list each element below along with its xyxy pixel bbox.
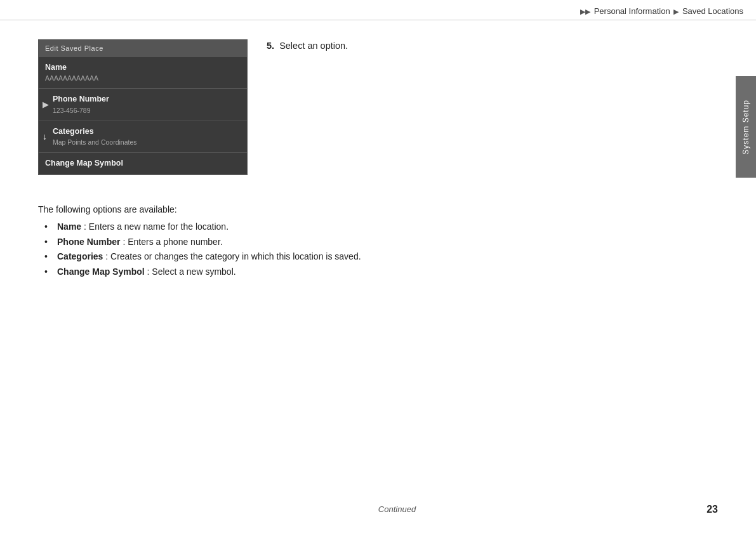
option-phone-term: Phone Number <box>57 237 121 247</box>
list-item: Phone Number : Enters a phone number. <box>51 235 686 250</box>
option-map-symbol-term: Change Map Symbol <box>57 266 145 277</box>
options-intro: The following options are available: <box>38 204 686 214</box>
screen-item-phone-title: Phone Number <box>53 93 241 105</box>
screen-item-phone-arrow-icon: ▶ <box>43 98 49 111</box>
screen-item-categories[interactable]: ↓ Categories Map Points and Coordinates <box>39 121 247 154</box>
screen-item-categories-title: Categories <box>53 126 241 138</box>
sidebar-label: System Setup <box>741 100 750 155</box>
option-name-term: Name <box>57 221 81 232</box>
option-categories-term: Categories <box>57 251 103 261</box>
step-number: 5. <box>267 41 274 51</box>
breadcrumb-arrow1: ▶▶ <box>580 8 590 15</box>
options-list: Name : Enters a new name for the locatio… <box>51 220 686 280</box>
page-number: 23 <box>706 504 718 515</box>
breadcrumb: ▶▶ Personal Information ▶ Saved Location… <box>579 6 743 16</box>
screen-item-categories-subtitle: Map Points and Coordinates <box>53 138 241 148</box>
screen-mockup: Edit Saved Place Name AAAAAAAAAAAA ▶ Pho… <box>38 39 248 175</box>
main-content: Edit Saved Place Name AAAAAAAAAAAA ▶ Pho… <box>0 20 724 299</box>
step-instruction-area: Edit Saved Place Name AAAAAAAAAAAA ▶ Pho… <box>38 39 686 188</box>
step-instruction-text: Select an option. <box>279 41 348 51</box>
sidebar-tab: System Setup <box>736 76 756 178</box>
screen-item-map-symbol-title: Change Map Symbol <box>45 157 241 169</box>
screen-title: Edit Saved Place <box>39 40 247 57</box>
screen-item-map-symbol[interactable]: Change Map Symbol <box>39 153 247 174</box>
option-phone-desc: : Enters a phone number. <box>123 237 222 247</box>
screen-item-phone-subtitle: 123-456-789 <box>53 106 241 116</box>
list-item: Name : Enters a new name for the locatio… <box>51 220 686 235</box>
breadcrumb-section2: Saved Locations <box>682 6 743 16</box>
option-name-desc: : Enters a new name for the location. <box>84 221 229 232</box>
breadcrumb-arrow2: ▶ <box>673 8 679 15</box>
page-header: ▶▶ Personal Information ▶ Saved Location… <box>0 0 756 20</box>
options-section: The following options are available: Nam… <box>38 199 686 280</box>
screen-item-name[interactable]: Name AAAAAAAAAAAA <box>39 57 247 89</box>
device-screen: Edit Saved Place Name AAAAAAAAAAAA ▶ Pho… <box>38 39 248 175</box>
breadcrumb-section1: Personal Information <box>594 6 670 16</box>
page-footer: Continued 23 <box>0 504 756 514</box>
list-item: Change Map Symbol : Select a new symbol. <box>51 265 686 280</box>
screen-item-phone[interactable]: ▶ Phone Number 123-456-789 <box>39 89 247 121</box>
screen-item-name-title: Name <box>45 62 241 74</box>
screen-item-categories-arrow-icon: ↓ <box>43 130 47 143</box>
screen-item-name-subtitle: AAAAAAAAAAAA <box>45 74 241 84</box>
list-item: Categories : Creates or changes the cate… <box>51 249 686 265</box>
footer-continued: Continued <box>38 504 756 514</box>
option-categories-desc: : Creates or changes the category in whi… <box>105 251 361 261</box>
option-map-symbol-desc: : Select a new symbol. <box>147 266 236 277</box>
